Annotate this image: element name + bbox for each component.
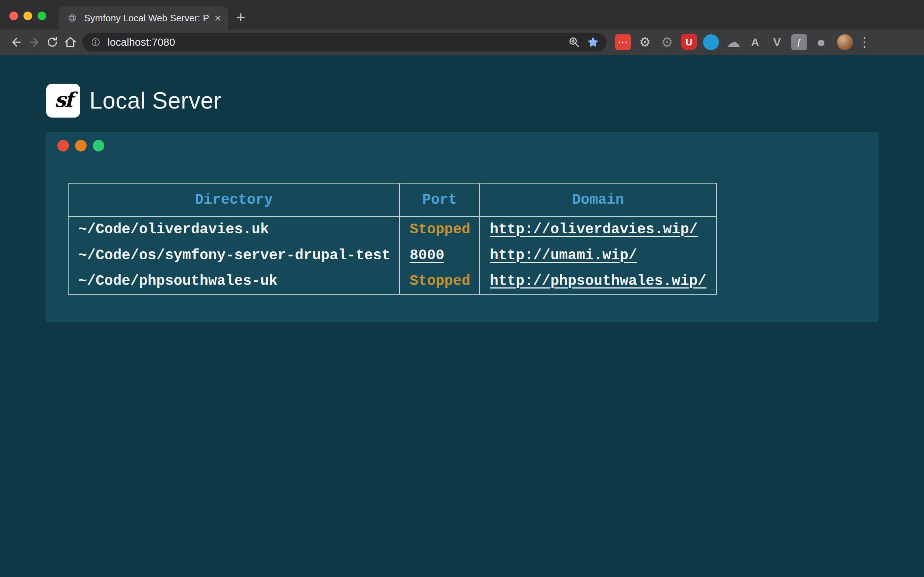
table-row: ~/Code/os/symfony-server-drupal-test 800… — [68, 242, 716, 268]
symfony-logo: sf — [46, 84, 80, 118]
green-dot-icon — [93, 140, 104, 152]
domain-cell: http://umami.wip/ — [480, 242, 716, 268]
directory-cell: ~/Code/oliverdavies.uk — [68, 216, 399, 242]
servers-table: Directory Port Domain ~/Code/oliverdavie… — [68, 183, 717, 295]
new-tab-button[interactable]: + — [236, 8, 246, 27]
extension-gear-light-icon[interactable]: ⚙ — [637, 34, 653, 50]
profile-avatar[interactable] — [837, 34, 853, 50]
tab-strip: Symfony Local Web Server: Prox × + — [0, 0, 924, 29]
browser-menu-icon[interactable]: ⋮ — [853, 35, 873, 50]
red-dot-icon — [57, 140, 69, 152]
back-button[interactable] — [7, 33, 25, 51]
port-status-stopped: Stopped — [410, 273, 470, 289]
symfony-logo-text: sf — [55, 88, 72, 111]
domain-link[interactable]: http://oliverdavies.wip/ — [490, 221, 698, 238]
port-cell: Stopped — [399, 268, 480, 294]
column-header-domain: Domain — [480, 183, 716, 216]
bookmark-star-icon[interactable] — [586, 35, 600, 49]
extension-cloud-icon[interactable]: ☁ — [725, 34, 741, 50]
domain-cell: http://phpsouthwales.wip/ — [480, 268, 716, 294]
page-title: Local Server — [89, 87, 221, 114]
forward-button[interactable] — [25, 33, 43, 51]
url-text: localhost:7080 — [108, 36, 175, 48]
address-bar[interactable]: localhost:7080 — [82, 33, 606, 52]
port-cell: Stopped — [399, 216, 480, 242]
window-close-button[interactable] — [10, 11, 18, 20]
port-link[interactable]: 8000 — [410, 247, 444, 264]
extension-gear-dark-icon[interactable]: ⚙ — [659, 34, 675, 50]
tab-title: Symfony Local Web Server: Prox — [84, 13, 209, 24]
port-cell: 8000 — [399, 242, 480, 268]
directory-cell: ~/Code/os/symfony-server-drupal-test — [68, 242, 399, 268]
browser-toolbar: localhost:7080 ⋯ ⚙ ⚙ U ☁ A V ƒ ● ⋮ — [0, 29, 924, 55]
extension-f-badge-icon[interactable]: ƒ — [791, 34, 807, 50]
tab-favicon-globe-icon — [65, 11, 79, 25]
table-row: ~/Code/phpsouthwales-uk Stopped http://p… — [68, 268, 716, 294]
extension-ublock-icon[interactable]: U — [681, 34, 697, 50]
reload-button[interactable] — [43, 33, 61, 51]
domain-cell: http://oliverdavies.wip/ — [480, 216, 716, 242]
table-row: ~/Code/oliverdavies.uk Stopped http://ol… — [68, 216, 716, 242]
tab-close-icon[interactable]: × — [215, 12, 221, 24]
browser-tab[interactable]: Symfony Local Web Server: Prox × — [59, 6, 228, 29]
window-minimize-button[interactable] — [23, 11, 32, 20]
directory-cell: ~/Code/phpsouthwales-uk — [68, 268, 399, 294]
home-button[interactable] — [61, 33, 79, 51]
extension-letter-a-icon[interactable]: A — [747, 34, 763, 50]
column-header-directory: Directory — [68, 183, 399, 216]
extension-red-dots-icon[interactable]: ⋯ — [615, 34, 631, 50]
extension-blue-circle-icon[interactable] — [703, 34, 719, 50]
window-controls — [10, 11, 46, 20]
port-status-stopped: Stopped — [410, 221, 470, 238]
orange-dot-icon — [75, 140, 87, 152]
zoom-icon[interactable] — [567, 35, 581, 49]
extension-letter-v-icon[interactable]: V — [769, 34, 785, 50]
server-panel: Directory Port Domain ~/Code/oliverdavie… — [45, 132, 879, 322]
column-header-port: Port — [399, 183, 480, 216]
extension-github-icon[interactable]: ● — [813, 34, 829, 50]
page-info-icon[interactable] — [89, 35, 102, 49]
terminal-dots — [57, 140, 104, 152]
domain-link[interactable]: http://phpsouthwales.wip/ — [490, 273, 706, 289]
brand-header: sf Local Server — [46, 84, 924, 118]
window-zoom-button[interactable] — [37, 11, 46, 20]
toolbar-divider — [833, 37, 834, 48]
extensions-bar: ⋯ ⚙ ⚙ U ☁ A V ƒ ● — [615, 34, 829, 50]
domain-link[interactable]: http://umami.wip/ — [490, 247, 637, 264]
table-header-row: Directory Port Domain — [68, 183, 716, 216]
